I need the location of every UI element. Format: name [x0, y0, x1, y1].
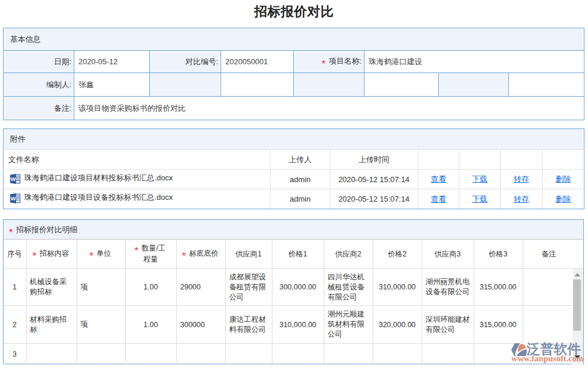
svg-text:W: W	[11, 195, 16, 202]
svg-text:W: W	[11, 176, 16, 182]
